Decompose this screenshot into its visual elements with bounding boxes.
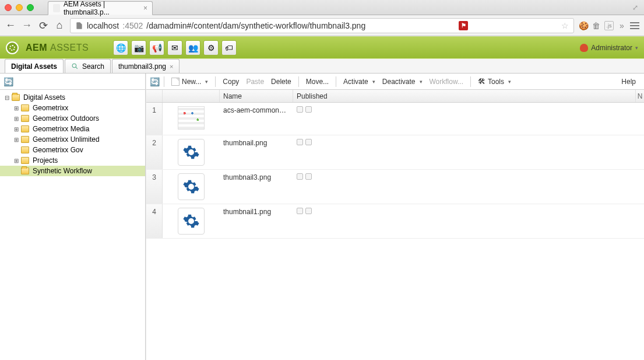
checkbox-icon bbox=[305, 173, 312, 180]
expand-icon[interactable]: ⊞ bbox=[13, 116, 20, 122]
aem-logo-icon[interactable] bbox=[6, 41, 19, 54]
workflow-button[interactable]: Workflow... bbox=[427, 76, 466, 87]
forward-button[interactable]: → bbox=[21, 19, 33, 32]
copy-button[interactable]: Copy bbox=[220, 76, 241, 87]
tree-node-geometrixx[interactable]: ⊞ Geometrixx bbox=[0, 103, 145, 113]
btn-label: Paste bbox=[246, 78, 264, 86]
col-last[interactable]: N bbox=[636, 90, 644, 102]
btn-label: Help bbox=[621, 78, 636, 86]
grid-row[interactable]: 3 thumbnail3.png bbox=[146, 170, 644, 204]
collapse-icon[interactable]: ⊟ bbox=[3, 95, 10, 101]
refresh-icon[interactable]: 🔄 bbox=[150, 77, 159, 86]
header-megaphone-icon[interactable]: 📢 bbox=[149, 40, 164, 55]
btn-label: New... bbox=[182, 78, 201, 86]
tree-node-projects[interactable]: ⊞ Projects bbox=[0, 155, 145, 166]
expand-icon[interactable]: ⊞ bbox=[13, 126, 20, 132]
tab-label: Search bbox=[82, 62, 104, 71]
move-button[interactable]: Move... bbox=[304, 76, 331, 87]
tree-node-media[interactable]: ⊞ Geometrixx Media bbox=[0, 124, 145, 134]
back-button[interactable]: ← bbox=[5, 19, 16, 32]
tree-label: Synthetic Workflow bbox=[33, 167, 92, 175]
expand-icon[interactable]: ⊞ bbox=[13, 137, 20, 143]
tab-digital-assets[interactable]: Digital Assets bbox=[5, 59, 64, 73]
window-minimize-button[interactable] bbox=[16, 4, 23, 11]
paste-button[interactable]: Paste bbox=[244, 76, 266, 87]
tree-label: Digital Assets bbox=[23, 93, 65, 102]
gear-icon bbox=[182, 178, 200, 195]
tree-root[interactable]: ⊟ Digital Assets bbox=[0, 92, 145, 103]
row-number: 3 bbox=[146, 170, 163, 204]
tab-asset[interactable]: thumbnail3.png × bbox=[112, 59, 180, 73]
expand-icon[interactable]: ⤢ bbox=[632, 4, 638, 12]
folder-icon bbox=[21, 115, 29, 122]
tree-node-outdoors[interactable]: ⊞ Geometrixx Outdoors bbox=[0, 113, 145, 124]
tree-label: Projects bbox=[33, 156, 58, 165]
browser-tab[interactable]: AEM Assets | thumbnail3.p... × bbox=[48, 1, 153, 15]
header-globe-icon[interactable]: 🌐 bbox=[113, 40, 128, 55]
help-button[interactable]: Help bbox=[619, 76, 641, 87]
browser-titlebar: AEM Assets | thumbnail3.p... × ⤢ bbox=[0, 0, 644, 15]
window-close-button[interactable] bbox=[5, 4, 12, 11]
grid-row[interactable]: 1 acs-aem-commons-1.... bbox=[146, 103, 644, 135]
tree-node-unlimited[interactable]: ⊞ Geometrixx Unlimited bbox=[0, 134, 145, 145]
chevron-down-icon: ▾ bbox=[635, 45, 638, 51]
tree-node-synthetic-workflow[interactable]: Synthetic Workflow bbox=[0, 166, 145, 176]
browser-toolbar: ← → ⟳ ⌂ localhost:4502/damadmin#/content… bbox=[0, 15, 644, 36]
col-number[interactable] bbox=[146, 90, 163, 102]
close-tab-icon[interactable]: × bbox=[170, 63, 173, 70]
col-name[interactable]: Name bbox=[220, 90, 293, 102]
cookie-ext-icon[interactable]: 🍪 bbox=[579, 21, 588, 30]
hamburger-menu-icon[interactable] bbox=[630, 22, 639, 29]
new-button[interactable]: New... bbox=[169, 76, 210, 87]
grid-row[interactable]: 2 thumbnail.png bbox=[146, 135, 644, 170]
folder-icon bbox=[21, 167, 29, 174]
tree-node-gov[interactable]: Geometrixx Gov bbox=[0, 145, 145, 155]
row-thumbnail bbox=[163, 204, 220, 238]
js-ext-icon[interactable]: .js bbox=[604, 21, 614, 30]
user-menu[interactable]: Administrator ▾ bbox=[580, 44, 638, 52]
new-file-icon bbox=[171, 78, 180, 86]
tree-label: Geometrixx Media bbox=[33, 125, 89, 133]
expand-icon[interactable]: ⊞ bbox=[13, 105, 20, 111]
content-pane: 🔄 New... Copy Paste Delete Move... Activ… bbox=[146, 74, 644, 360]
col-published[interactable]: Published bbox=[293, 90, 636, 102]
search-icon bbox=[71, 62, 79, 70]
sidebar: 🔄 ⊟ Digital Assets ⊞ Geometrixx ⊞ Geomet… bbox=[0, 74, 146, 360]
folder-icon bbox=[12, 94, 20, 101]
row-name: thumbnail.png bbox=[220, 135, 293, 151]
reload-button[interactable]: ⟳ bbox=[37, 19, 49, 32]
col-thumbnail[interactable] bbox=[163, 90, 220, 102]
expand-icon[interactable]: ⊞ bbox=[13, 158, 20, 164]
header-users-icon[interactable]: 👥 bbox=[185, 40, 200, 55]
refresh-icon[interactable]: 🔄 bbox=[3, 77, 13, 86]
row-name: acs-aem-commons-1.... bbox=[220, 103, 293, 118]
bookmark-star-icon[interactable]: ☆ bbox=[561, 21, 569, 30]
tab-label: thumbnail3.png bbox=[118, 62, 166, 71]
header-camera-icon[interactable]: 📷 bbox=[131, 40, 146, 55]
header-gear-icon[interactable]: ⚙ bbox=[203, 40, 219, 55]
trash-ext-icon[interactable]: 🗑 bbox=[592, 21, 601, 30]
browser-tab-title: AEM Assets | thumbnail3.p... bbox=[64, 0, 140, 16]
address-bar[interactable]: localhost:4502/damadmin#/content/dam/syn… bbox=[70, 18, 574, 33]
header-mail-icon[interactable]: ✉ bbox=[167, 40, 182, 55]
url-host: localhost bbox=[87, 21, 119, 30]
content-toolbar: 🔄 New... Copy Paste Delete Move... Activ… bbox=[146, 74, 644, 90]
deactivate-button[interactable]: Deactivate bbox=[380, 76, 425, 87]
tab-search[interactable]: Search bbox=[65, 59, 111, 73]
grid-row[interactable]: 4 thumbnail1.png bbox=[146, 204, 644, 239]
flash-icon[interactable]: ⚑ bbox=[459, 21, 468, 30]
tree-label: Geometrixx bbox=[33, 104, 68, 112]
home-button[interactable]: ⌂ bbox=[54, 19, 65, 32]
activate-button[interactable]: Activate bbox=[341, 76, 378, 87]
checkbox-icon bbox=[305, 139, 312, 145]
user-avatar-icon bbox=[580, 44, 588, 52]
chevron-ext-icon[interactable]: » bbox=[617, 21, 627, 30]
close-tab-icon[interactable]: × bbox=[143, 4, 147, 12]
delete-button[interactable]: Delete bbox=[269, 76, 294, 87]
tools-button[interactable]: 🛠 Tools bbox=[476, 76, 513, 87]
btn-label: Workflow... bbox=[430, 78, 463, 86]
window-maximize-button[interactable] bbox=[27, 4, 34, 11]
header-tag-icon[interactable]: 🏷 bbox=[221, 40, 237, 55]
user-label: Administrator bbox=[591, 44, 632, 52]
tree-label: Geometrixx Outdoors bbox=[33, 114, 99, 123]
